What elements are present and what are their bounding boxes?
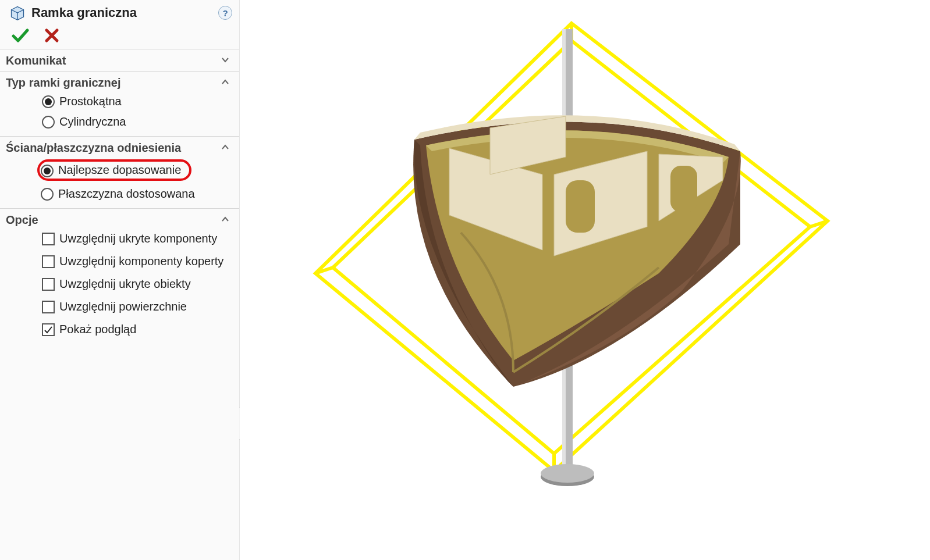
section-title: Opcje bbox=[6, 213, 38, 227]
section-opcje: Opcje Uwzględnij ukryte komponenty Uwzgl… bbox=[0, 208, 239, 344]
section-header-opcje[interactable]: Opcje bbox=[0, 209, 239, 230]
radio-plaszczyzna-dostosowana[interactable]: Płaszczyzna dostosowana bbox=[37, 186, 230, 202]
chevron-up-icon bbox=[221, 142, 230, 154]
radio-icon bbox=[42, 95, 55, 108]
radio-icon bbox=[41, 188, 54, 201]
section-body-opcje: Uwzględnij ukryte komponenty Uwzględnij … bbox=[0, 230, 239, 344]
check-ukryte-obiekty[interactable]: Uwzględnij ukryte obiekty bbox=[42, 276, 230, 293]
viewport-3d[interactable] bbox=[240, 0, 930, 560]
section-header-sciana[interactable]: Ściana/płaszczyzna odniesienia bbox=[0, 137, 239, 158]
check-ukryte-komponenty[interactable]: Uwzględnij ukryte komponenty bbox=[42, 230, 230, 247]
section-body-sciana: Najlepsze dopasowanie Płaszczyzna dostos… bbox=[0, 158, 239, 208]
check-label: Pokaż podgląd bbox=[59, 322, 136, 337]
radio-label: Prostokątna bbox=[59, 94, 122, 109]
check-pokaz-podglad[interactable]: Pokaż podgląd bbox=[42, 321, 230, 338]
svg-rect-15 bbox=[670, 166, 697, 212]
section-header-komunikat[interactable]: Komunikat bbox=[0, 49, 239, 71]
section-komunikat: Komunikat bbox=[0, 49, 239, 71]
panel-header: Ramka graniczna ? bbox=[0, 0, 239, 24]
cancel-button[interactable] bbox=[44, 28, 59, 43]
check-label: Uwzględnij komponenty koperty bbox=[59, 254, 223, 269]
radio-label: Cylindryczna bbox=[59, 115, 126, 129]
checkbox-icon bbox=[42, 278, 55, 291]
section-title: Typ ramki granicznej bbox=[6, 76, 120, 90]
section-header-typ[interactable]: Typ ramki granicznej bbox=[0, 72, 239, 93]
check-label: Uwzględnij ukryte obiekty bbox=[59, 277, 191, 291]
highlight-ring: Najlepsze dopasowanie bbox=[37, 159, 191, 181]
chevron-up-icon bbox=[221, 215, 230, 226]
accept-button[interactable] bbox=[12, 28, 29, 43]
panel-title: Ramka graniczna bbox=[31, 5, 212, 20]
checkbox-icon bbox=[42, 255, 55, 268]
check-powierzchnie[interactable]: Uwzględnij powierzchnie bbox=[42, 298, 230, 315]
svg-point-13 bbox=[541, 464, 594, 483]
radio-najlepsze-dopasowanie[interactable]: Najlepsze dopasowanie bbox=[37, 158, 230, 182]
radio-prostokatna[interactable]: Prostokątna bbox=[42, 93, 230, 110]
radio-label: Płaszczyzna dostosowana bbox=[58, 187, 195, 201]
svg-rect-14 bbox=[566, 180, 595, 233]
radio-icon bbox=[41, 165, 54, 177]
radio-icon bbox=[42, 116, 55, 129]
radio-label: Najlepsze dopasowanie bbox=[58, 163, 181, 177]
chevron-down-icon bbox=[221, 55, 230, 67]
section-sciana: Ściana/płaszczyzna odniesienia Najlepsze… bbox=[0, 136, 239, 208]
radio-cylindryczna[interactable]: Cylindryczna bbox=[42, 113, 230, 130]
checkbox-icon bbox=[42, 323, 55, 336]
model-preview bbox=[240, 0, 930, 560]
confirm-row bbox=[0, 24, 239, 49]
checkbox-icon bbox=[42, 301, 55, 313]
section-title: Ściana/płaszczyzna odniesienia bbox=[6, 141, 181, 155]
check-label: Uwzględnij powierzchnie bbox=[59, 299, 187, 314]
check-label: Uwzględnij ukryte komponenty bbox=[59, 231, 217, 246]
section-typ: Typ ramki granicznej Prostokątna Cylindr… bbox=[0, 71, 239, 136]
chevron-up-icon bbox=[221, 77, 230, 89]
section-title: Komunikat bbox=[6, 54, 66, 67]
checkbox-icon bbox=[42, 233, 55, 245]
check-komponenty-koperty[interactable]: Uwzględnij komponenty koperty bbox=[42, 253, 230, 270]
help-icon[interactable]: ? bbox=[218, 6, 232, 20]
bounding-box-icon bbox=[9, 5, 26, 21]
section-body-typ: Prostokątna Cylindryczna bbox=[0, 93, 239, 136]
property-panel: Ramka graniczna ? Komunikat Typ ramki gr… bbox=[0, 0, 240, 560]
